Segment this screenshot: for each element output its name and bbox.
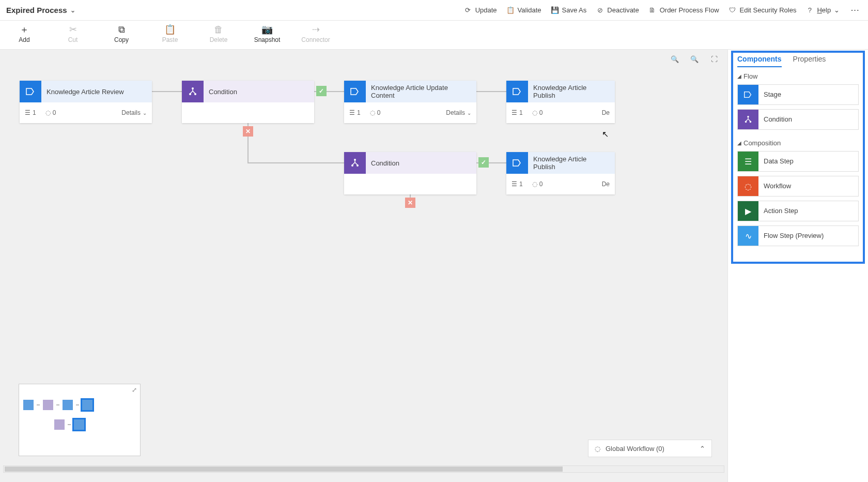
svg-point-2 <box>194 93 196 95</box>
delete-label: Delete <box>210 36 228 43</box>
stage-node-publish-2[interactable]: Knowledge Article Publish ☰1 ◌0 De <box>506 152 615 194</box>
component-label: Workflow <box>758 182 796 190</box>
delete-button[interactable]: 🗑 Delete <box>205 24 233 43</box>
component-stage[interactable]: Stage <box>737 84 859 105</box>
details-toggle[interactable]: De <box>602 109 610 116</box>
wf-count: 0 <box>53 109 56 116</box>
fit-screen-button[interactable]: ⛶ <box>709 54 719 64</box>
stage-node-publish-1[interactable]: Knowledge Article Publish ☰1 ◌0 De <box>506 81 615 123</box>
details-toggle[interactable]: Details⌄ <box>121 109 147 116</box>
stage-icon <box>20 81 41 102</box>
stage-icon <box>738 85 758 104</box>
save-as-button[interactable]: 💾 Save As <box>551 6 587 14</box>
sidepanel-tabs: Components Properties <box>728 50 868 67</box>
flow-step-icon: ∿ <box>738 226 758 246</box>
cut-label: Cut <box>68 36 78 43</box>
component-data-step[interactable]: ☰ Data Step <box>737 151 859 172</box>
help-label: Help <box>817 6 831 14</box>
details-toggle[interactable]: Details⌄ <box>446 109 471 116</box>
svg-point-5 <box>357 164 359 167</box>
condition-icon <box>738 110 758 129</box>
minimap[interactable]: ⤢ <box>19 384 141 456</box>
copy-button[interactable]: ⧉ Copy <box>107 24 135 43</box>
main-area: 🔍 🔍 ⛶ ✓ ✕ ✓ ✕ Knowledge Article Review <box>0 50 868 482</box>
zoom-out-button[interactable]: 🔍 <box>689 54 700 64</box>
chevron-down-icon: ⌄ <box>70 7 75 14</box>
stage-icon <box>344 81 366 102</box>
close-badge-icon: ✕ <box>405 198 415 208</box>
paste-button[interactable]: 📋 Paste <box>156 24 184 43</box>
tab-components[interactable]: Components <box>737 55 782 67</box>
stage-node-update[interactable]: Knowledge Article Update Content ☰1 ◌0 D… <box>344 81 476 123</box>
update-button[interactable]: ⟳ Update <box>464 6 497 14</box>
section-composition-label: Composition <box>743 139 781 147</box>
node-title: Knowledge Article Update Content <box>366 81 476 102</box>
zoom-in-button[interactable]: 🔍 <box>670 54 680 64</box>
ribbon-toolbar: ＋ Add ✂ Cut ⧉ Copy 📋 Paste 🗑 Delete 📷 Sn… <box>0 21 868 50</box>
component-condition[interactable]: Condition <box>737 109 859 130</box>
snapshot-button[interactable]: 📷 Snapshot <box>253 24 281 43</box>
cut-button[interactable]: ✂ Cut <box>59 24 87 43</box>
process-title-dropdown[interactable]: Expired Process ⌄ <box>6 6 75 14</box>
svg-point-7 <box>745 121 747 123</box>
condition-node-1[interactable]: Condition <box>182 81 314 123</box>
stage-icon <box>506 152 528 174</box>
component-label: Action Step <box>758 207 803 215</box>
node-title: Condition <box>204 81 314 102</box>
condition-node-2[interactable]: Condition <box>344 152 476 194</box>
data-step-icon: ☰ <box>738 152 758 171</box>
refresh-icon: ⟳ <box>464 6 472 14</box>
process-title-text: Expired Process <box>6 6 67 14</box>
snapshot-label: Snapshot <box>254 36 281 43</box>
svg-point-4 <box>351 164 353 167</box>
details-toggle[interactable]: De <box>602 180 610 188</box>
validate-button[interactable]: 📋 Validate <box>506 6 541 14</box>
tab-properties[interactable]: Properties <box>793 55 826 67</box>
component-flow-step[interactable]: ∿ Flow Step (Preview) <box>737 225 859 246</box>
component-label: Condition <box>758 115 797 124</box>
component-workflow[interactable]: ◌ Workflow <box>737 176 859 197</box>
scissors-icon: ✂ <box>67 24 79 35</box>
help-button[interactable]: ? Help ⌄ <box>805 6 840 14</box>
scrollbar-thumb[interactable] <box>5 466 563 472</box>
component-label: Data Step <box>758 157 799 165</box>
global-workflow-bar[interactable]: ◌ Global Workflow (0) ⌃ <box>588 440 712 457</box>
document-icon: 🗎 <box>648 6 657 14</box>
add-label: Add <box>19 36 29 43</box>
order-process-button[interactable]: 🗎 Order Process Flow <box>648 6 719 14</box>
triangle-down-icon: ◢ <box>737 73 741 79</box>
deactivate-icon: ⊘ <box>596 6 604 14</box>
camera-icon: 📷 <box>261 24 273 35</box>
node-title: Knowledge Article Publish <box>528 81 615 102</box>
canvas[interactable]: 🔍 🔍 ⛶ ✓ ✕ ✓ ✕ Knowledge Article Review <box>0 50 727 482</box>
horizontal-scrollbar[interactable] <box>3 465 724 473</box>
workflow-icon: ◌ <box>738 176 758 196</box>
plus-icon: ＋ <box>19 24 30 35</box>
deactivate-button[interactable]: ⊘ Deactivate <box>596 6 639 14</box>
edit-security-button[interactable]: 🛡 Edit Security Roles <box>729 6 797 14</box>
check-badge-icon: ✓ <box>478 157 489 168</box>
expand-icon[interactable]: ⤢ <box>132 386 137 394</box>
validate-label: Validate <box>518 6 541 14</box>
minimap-condition-icon <box>54 419 65 430</box>
add-button[interactable]: ＋ Add <box>10 24 38 43</box>
svg-point-6 <box>747 116 749 118</box>
more-actions-button[interactable]: ··· <box>849 6 862 14</box>
connector-button[interactable]: ⇢ Connector <box>302 24 330 43</box>
update-label: Update <box>475 6 497 14</box>
section-flow-header[interactable]: ◢ Flow <box>737 72 859 80</box>
section-composition-header[interactable]: ◢ Composition <box>737 139 859 147</box>
clipboard-icon: 📋 <box>506 6 515 14</box>
minimap-stage-icon <box>23 400 34 410</box>
security-icon: 🛡 <box>729 6 737 14</box>
minimap-stage-icon <box>74 419 84 430</box>
component-label: Flow Step (Preview) <box>758 232 829 240</box>
chevron-down-icon: ⌄ <box>834 6 840 14</box>
component-action-step[interactable]: ▶ Action Step <box>737 201 859 221</box>
global-workflow-label: Global Workflow (0) <box>606 445 664 453</box>
workflow-icon: ◌ <box>532 180 537 188</box>
chevron-down-icon: ⌄ <box>467 110 471 116</box>
svg-point-1 <box>189 93 191 95</box>
chevron-up-icon: ⌃ <box>700 445 705 453</box>
stage-node-review[interactable]: Knowledge Article Review ☰1 ◌0 Details⌄ <box>20 81 152 123</box>
